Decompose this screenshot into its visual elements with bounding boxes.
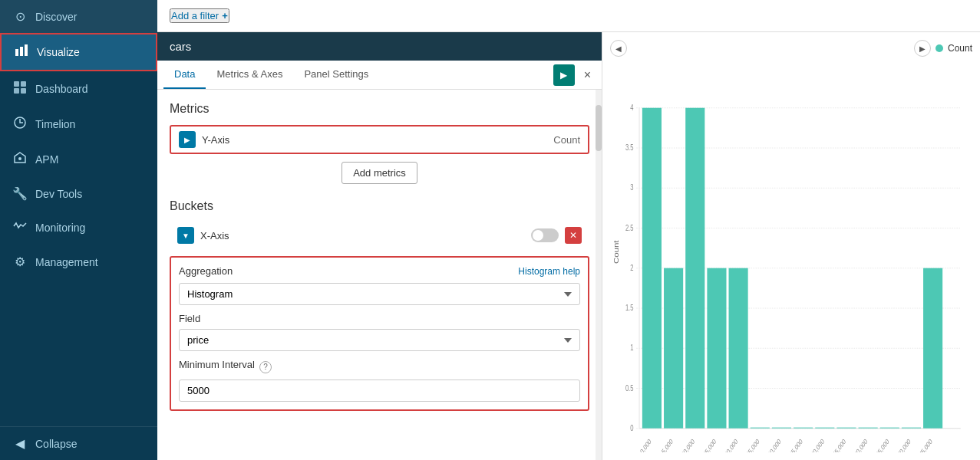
bar-8 <box>815 428 834 429</box>
metrics-section-title: Metrics <box>170 102 589 116</box>
run-button[interactable]: ▶ <box>553 64 575 86</box>
bar-3 <box>707 268 726 429</box>
sidebar-item-management[interactable]: ⚙ Management <box>0 245 157 278</box>
chart-area: ◀ ▶ Count Count 0 <box>602 32 980 460</box>
x-axis-toggle-switch[interactable] <box>531 228 559 242</box>
chart-svg: Count 0 0.5 1 1.5 2 <box>610 60 972 452</box>
svg-text:70,000: 70,000 <box>896 437 912 452</box>
bar-12 <box>902 428 921 429</box>
svg-text:55,000: 55,000 <box>832 437 847 452</box>
bar-10 <box>859 428 878 429</box>
bar-4 <box>729 268 748 429</box>
svg-text:1: 1 <box>630 343 633 352</box>
sidebar-item-label: Dashboard <box>35 83 88 95</box>
tab-metrics-axes[interactable]: Metrics & Axes <box>206 61 293 89</box>
aggregation-select[interactable]: Histogram Date Histogram Range <box>179 283 580 305</box>
sidebar-item-devtools[interactable]: 🔧 Dev Tools <box>0 177 157 210</box>
x-axis-toggle-button[interactable]: ▼ <box>177 227 194 244</box>
sidebar-item-apm[interactable]: APM <box>0 142 157 177</box>
buckets-section-title: Buckets <box>170 199 589 213</box>
sidebar-item-label: Monitoring <box>35 222 85 234</box>
svg-text:1.5: 1.5 <box>625 304 634 312</box>
main-content: Add a filter + cars Data Metrics & Axes … <box>157 0 980 460</box>
svg-text:2: 2 <box>630 264 633 272</box>
chart-svg-container: Count 0 0.5 1 1.5 2 <box>610 60 972 452</box>
svg-rect-4 <box>21 81 26 87</box>
devtools-icon: 🔧 <box>12 186 28 201</box>
chart-prev-button[interactable]: ◀ <box>610 40 627 57</box>
bar-5 <box>751 428 770 429</box>
sidebar-item-label: Visualize <box>37 46 80 58</box>
panel-body: Metrics ▶ Y-Axis Count Add metrics Bucke… <box>157 90 602 460</box>
sidebar-item-monitoring[interactable]: Monitoring <box>0 210 157 245</box>
y-axis-value: Count <box>553 134 580 146</box>
y-axis-metric-row: ▶ Y-Axis Count <box>170 125 589 154</box>
svg-rect-1 <box>20 47 23 56</box>
x-axis-label: X-Axis <box>200 230 525 242</box>
svg-text:0: 0 <box>630 424 633 432</box>
add-filter-button[interactable]: Add a filter + <box>170 8 229 23</box>
bar-14 <box>923 268 942 429</box>
bar-7 <box>794 428 813 429</box>
apm-icon <box>12 151 28 168</box>
sidebar-item-discover[interactable]: ⊙ Discover <box>0 0 157 33</box>
aggregation-row: Aggregation Histogram help <box>179 265 580 277</box>
scrollbar-track[interactable] <box>596 90 602 460</box>
chart-next-button[interactable]: ▶ <box>914 40 931 57</box>
add-filter-label: Add a filter <box>171 10 219 21</box>
x-axis-delete-button[interactable]: ✕ <box>565 227 582 244</box>
timelion-icon <box>12 116 28 133</box>
close-button[interactable]: × <box>579 67 596 84</box>
sidebar-item-label: APM <box>35 153 58 166</box>
tab-panel-settings[interactable]: Panel Settings <box>293 61 379 89</box>
svg-text:50,000: 50,000 <box>810 437 825 452</box>
tab-actions: ▶ × <box>553 64 596 86</box>
svg-rect-3 <box>14 81 19 87</box>
panel-title: cars <box>157 32 602 61</box>
management-icon: ⚙ <box>12 255 28 269</box>
svg-rect-6 <box>21 88 26 94</box>
add-filter-plus-icon: + <box>222 10 228 21</box>
svg-text:4: 4 <box>630 104 633 112</box>
min-interval-input[interactable] <box>179 380 580 402</box>
sidebar-item-label: Discover <box>35 11 77 23</box>
panel-title-text: cars <box>170 40 191 53</box>
y-axis-toggle-button[interactable]: ▶ <box>179 131 196 148</box>
sidebar-item-dashboard[interactable]: Dashboard <box>0 71 157 107</box>
content-area: cars Data Metrics & Axes Panel Settings … <box>157 32 980 460</box>
svg-text:3.5: 3.5 <box>625 143 634 152</box>
field-select[interactable]: price horsepower mpg <box>179 329 580 351</box>
sidebar-item-label: Timelion <box>35 118 75 130</box>
monitoring-icon <box>12 219 28 236</box>
svg-text:40,000: 40,000 <box>767 437 782 452</box>
left-panel: cars Data Metrics & Axes Panel Settings … <box>157 32 602 460</box>
scrollbar-thumb[interactable] <box>596 105 602 151</box>
bar-9 <box>836 428 856 429</box>
sidebar-item-collapse[interactable]: ◀ Collapse <box>0 427 157 460</box>
sidebar-collapse-label: Collapse <box>35 438 77 450</box>
sidebar-item-label: Dev Tools <box>35 188 82 200</box>
svg-text:65,000: 65,000 <box>875 437 890 452</box>
svg-rect-5 <box>14 88 19 94</box>
sidebar-item-timelion[interactable]: Timelion <box>0 107 157 142</box>
svg-text:25,000: 25,000 <box>702 437 718 452</box>
chart-legend: ▶ Count <box>914 40 972 57</box>
help-icon[interactable]: ? <box>259 361 272 373</box>
add-metrics-button[interactable]: Add metrics <box>342 162 417 184</box>
bar-0 <box>642 108 662 429</box>
bar-11 <box>880 428 899 429</box>
svg-text:75,000: 75,000 <box>918 437 933 452</box>
histogram-help-link[interactable]: Histogram help <box>518 266 580 277</box>
x-axis-config: Aggregation Histogram help Histogram Dat… <box>170 256 589 411</box>
svg-rect-0 <box>15 49 18 56</box>
aggregation-label: Aggregation <box>179 265 233 277</box>
svg-text:30,000: 30,000 <box>724 437 739 452</box>
tab-data[interactable]: Data <box>163 61 206 89</box>
min-interval-row: Minimum Interval ? <box>179 359 580 375</box>
svg-text:3: 3 <box>630 183 633 192</box>
min-interval-label: Minimum Interval <box>179 359 255 370</box>
svg-text:10,000: 10,000 <box>637 437 652 452</box>
visualize-icon <box>14 44 29 61</box>
sidebar-item-visualize[interactable]: Visualize <box>0 33 157 71</box>
bar-6 <box>772 428 791 429</box>
